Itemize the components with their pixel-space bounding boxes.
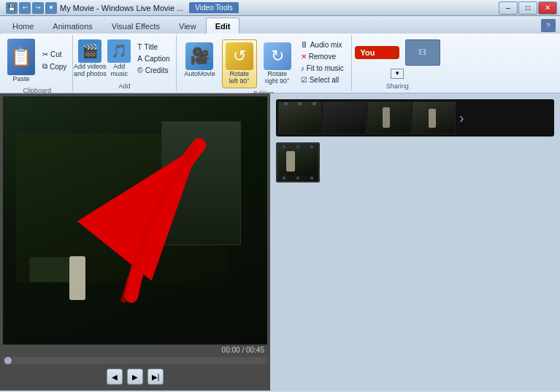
credits-button[interactable]: © Credits (134, 65, 172, 76)
single-frame[interactable] (276, 142, 320, 182)
film-frame-3[interactable] (367, 101, 411, 134)
add-group: 🎬 Add videos and photos 🎵 Add music T Ti… (73, 35, 176, 91)
scrubber-bar[interactable] (3, 357, 267, 364)
paste-icon: 📋 (7, 39, 35, 75)
perf (296, 177, 299, 180)
rotate-right-label: Rotate right 90° (265, 71, 290, 85)
rotate-right-button[interactable]: ↻ Rotate right 90° (260, 39, 295, 88)
copy-label: Copy (50, 63, 66, 71)
fit-to-music-label: Fit to music (307, 64, 344, 72)
minimize-button[interactable]: – (499, 1, 518, 15)
tab-animations[interactable]: Animations (43, 18, 101, 34)
tab-edit[interactable]: Edit (206, 18, 240, 34)
rotate-left-icon: ↺ (226, 42, 253, 70)
caption-label: Caption (145, 55, 169, 63)
ribbon-content: 📋 Paste ✂ Cut ⧉ Copy Clipboard 🎬 Add vid… (0, 34, 560, 93)
sharing-film-icon: 🎞 (419, 48, 426, 56)
sharing-thumb-stack: 🎞 (402, 39, 440, 66)
ribbon-tabs: Home Animations Visual Effects View Edit… (0, 16, 560, 34)
film-frame-4[interactable] (412, 101, 456, 134)
bottom-perfs (277, 177, 318, 180)
automovie-button[interactable]: 🎥 AutoMovie (180, 39, 219, 81)
fit-to-music-button[interactable]: ♪ Fit to music (298, 63, 347, 74)
clipboard-small-btns: ✂ Cut ⧉ Copy (39, 49, 69, 72)
perf (296, 145, 299, 148)
tab-visual-effects[interactable]: Visual Effects (102, 18, 169, 34)
paste-button[interactable]: 📋 Paste (4, 36, 38, 85)
prev-frame-button[interactable]: ◀ (107, 369, 123, 385)
undo-icon[interactable]: ↩ (19, 2, 31, 14)
maximize-button[interactable]: □ (518, 1, 537, 15)
sharing-group: YouTube 🎞 ▼ Sharing (352, 35, 443, 91)
fit-music-icon: ♪ (301, 64, 304, 72)
audio-mix-label: Audio mix (310, 41, 342, 49)
sharing-dropdown[interactable]: ▼ (391, 69, 404, 79)
close-button[interactable]: ✕ (538, 1, 557, 15)
frame-figure (286, 151, 295, 172)
redo-icon[interactable]: ↪ (32, 2, 44, 14)
film-frame-2[interactable] (323, 101, 367, 134)
remove-label: Remove (309, 53, 336, 61)
scrubber-thumb[interactable] (4, 357, 12, 364)
tab-home[interactable]: Home (3, 18, 43, 34)
time-display: 00:00 / 00:45 (3, 345, 267, 356)
preview-panel: 00:00 / 00:45 ◀ ▶ ▶| (0, 93, 270, 391)
title-bar: 💾 ↩ ↪ ▼ My Movie - Windows Live Movie ..… (0, 0, 560, 16)
film-frame-1[interactable] (278, 101, 322, 134)
copy-icon: ⧉ (42, 62, 47, 71)
cut-button[interactable]: ✂ Cut (39, 49, 69, 60)
storyboard-panel: › (270, 93, 560, 391)
help-icon[interactable]: ? (541, 19, 556, 32)
scene-equipment (29, 257, 69, 283)
rotate-left-label: Rotate left 90° (229, 71, 250, 85)
cut-label: Cut (50, 50, 62, 58)
remove-button[interactable]: ✕ Remove (298, 51, 347, 62)
hole (312, 102, 316, 105)
title-button[interactable]: T Title (134, 42, 172, 53)
audio-mix-button[interactable]: 🎚 Audio mix (298, 39, 347, 50)
next-strip-arrow[interactable]: › (456, 109, 467, 126)
film-holes-1 (279, 102, 321, 105)
rotate-left-button[interactable]: ↺ Rotate left 90° (222, 39, 257, 88)
hole (298, 102, 302, 105)
single-frame-inner (277, 144, 318, 181)
select-all-label: Select all (310, 76, 340, 84)
add-videos-label: Add videos and photos (74, 64, 107, 78)
video-tools-tab[interactable]: Video Tools (189, 2, 238, 13)
title-bar-left: 💾 ↩ ↪ ▼ My Movie - Windows Live Movie ..… (3, 2, 239, 14)
play-button[interactable]: ▶ (127, 369, 143, 385)
add-videos-button[interactable]: 🎬 Add videos and photos (76, 37, 104, 80)
select-all-icon: ☑ (301, 76, 307, 84)
title-label: Title (144, 43, 158, 51)
add-music-button[interactable]: 🎵 Add music (106, 37, 132, 80)
thumbnail-row (276, 142, 554, 182)
add-videos-icon: 🎬 (78, 39, 101, 63)
editing-right-buttons: 🎚 Audio mix ✕ Remove ♪ Fit to music ☑ Se… (298, 39, 347, 85)
tab-view[interactable]: View (169, 18, 206, 34)
figure-silhouette-2 (429, 109, 436, 128)
paste-label: Paste (12, 76, 29, 83)
credits-icon: © (137, 66, 142, 74)
caption-icon: A (137, 55, 142, 63)
perf (310, 145, 313, 148)
copy-button[interactable]: ⧉ Copy (39, 61, 69, 72)
perf (310, 177, 313, 180)
window-controls: – □ ✕ (499, 1, 557, 15)
scene-figure (69, 256, 85, 300)
hole (284, 102, 288, 105)
main-film-strip: › (276, 99, 554, 137)
save-icon[interactable]: 💾 (6, 2, 18, 14)
select-all-button[interactable]: ☑ Select all (298, 74, 347, 85)
audio-mix-icon: 🎚 (301, 41, 308, 49)
youtube-button[interactable]: YouTube (355, 46, 399, 59)
credits-label: Credits (145, 66, 169, 74)
next-frame-button[interactable]: ▶| (147, 369, 164, 385)
sharing-content: YouTube 🎞 ▼ (355, 36, 440, 81)
remove-icon: ✕ (301, 53, 307, 61)
sharing-label: Sharing (355, 81, 440, 90)
caption-button[interactable]: A Caption (134, 53, 172, 64)
figure-silhouette (383, 107, 390, 128)
clipboard-group: 📋 Paste ✂ Cut ⧉ Copy Clipboard (1, 35, 73, 91)
automovie-icon: 🎥 (185, 42, 213, 70)
dropdown-icon[interactable]: ▼ (45, 2, 57, 14)
